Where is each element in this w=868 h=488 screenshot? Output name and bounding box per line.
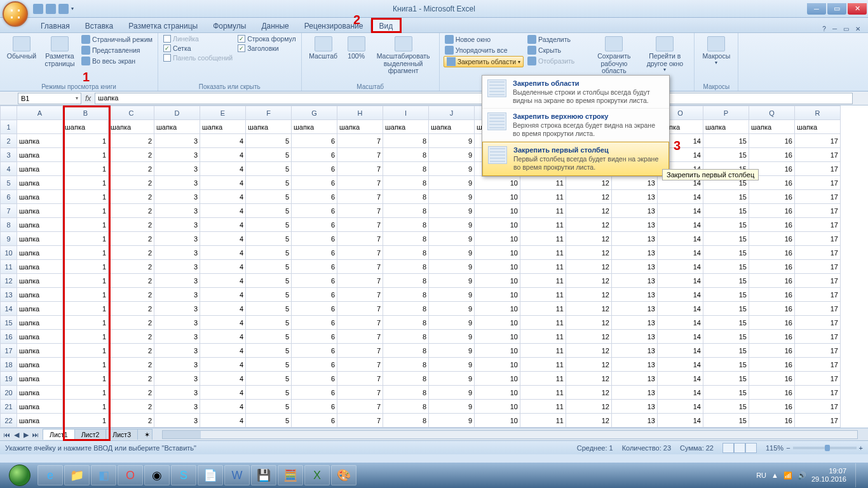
cell-E6[interactable]: 4 xyxy=(200,190,246,204)
cell-I16[interactable]: 8 xyxy=(383,330,429,344)
horizontal-scrollbar[interactable] xyxy=(162,430,858,439)
cell-D19[interactable]: 3 xyxy=(154,372,200,386)
cell-A17[interactable]: шапка xyxy=(17,344,63,358)
cell-F6[interactable]: 5 xyxy=(246,190,292,204)
cell-F9[interactable]: 5 xyxy=(246,232,292,246)
zoom-level[interactable]: 115% xyxy=(766,444,783,452)
cell-Q12[interactable]: 16 xyxy=(749,274,795,288)
row-header-15[interactable]: 15 xyxy=(1,316,17,330)
cell-J15[interactable]: 9 xyxy=(429,316,475,330)
cell-F20[interactable]: 5 xyxy=(246,386,292,400)
cell-L10[interactable]: 11 xyxy=(520,246,566,260)
cell-O20[interactable]: 14 xyxy=(658,386,703,400)
cell-K15[interactable]: 10 xyxy=(475,316,520,330)
cell-F15[interactable]: 5 xyxy=(246,316,292,330)
cell-P15[interactable]: 15 xyxy=(703,316,749,330)
cell-N15[interactable]: 13 xyxy=(612,316,658,330)
custom-views[interactable]: Представления xyxy=(80,45,154,55)
cell-K20[interactable]: 10 xyxy=(475,386,520,400)
cell-K18[interactable]: 10 xyxy=(475,358,520,372)
column-header-H[interactable]: H xyxy=(337,106,383,120)
cell-M12[interactable]: 12 xyxy=(566,274,612,288)
cell-G8[interactable]: 6 xyxy=(292,218,337,232)
column-header-B[interactable]: B xyxy=(63,106,109,120)
cell-J17[interactable]: 9 xyxy=(429,344,475,358)
cell-B13[interactable]: 1 xyxy=(63,288,109,302)
cell-C18[interactable]: 2 xyxy=(109,358,154,372)
row-header-9[interactable]: 9 xyxy=(1,232,17,246)
cell-E15[interactable]: 4 xyxy=(200,316,246,330)
cell-J3[interactable]: 9 xyxy=(429,148,475,162)
cell-D22[interactable]: 3 xyxy=(154,414,200,428)
cell-G11[interactable]: 6 xyxy=(292,260,337,274)
cell-H19[interactable]: 7 xyxy=(337,372,383,386)
cell-M17[interactable]: 12 xyxy=(566,344,612,358)
sheet-tab-1[interactable]: Лист1 xyxy=(43,429,75,440)
cell-C5[interactable]: 2 xyxy=(109,176,154,190)
cell-I17[interactable]: 8 xyxy=(383,344,429,358)
cell-Q19[interactable]: 16 xyxy=(749,372,795,386)
cell-B16[interactable]: 1 xyxy=(63,330,109,344)
cell-B20[interactable]: 1 xyxy=(63,386,109,400)
cell-O19[interactable]: 14 xyxy=(658,372,703,386)
cell-K13[interactable]: 10 xyxy=(475,288,520,302)
row-header-13[interactable]: 13 xyxy=(1,288,17,302)
cell-A13[interactable]: шапка xyxy=(17,288,63,302)
row-header-22[interactable]: 22 xyxy=(1,414,17,428)
cell-R19[interactable]: 17 xyxy=(795,372,841,386)
cell-O17[interactable]: 14 xyxy=(658,344,703,358)
cell-L19[interactable]: 11 xyxy=(520,372,566,386)
cell-O21[interactable]: 14 xyxy=(658,400,703,414)
cell-C6[interactable]: 2 xyxy=(109,190,154,204)
column-header-I[interactable]: I xyxy=(383,106,429,120)
cell-K8[interactable]: 10 xyxy=(475,218,520,232)
cell-K9[interactable]: 10 xyxy=(475,232,520,246)
formula-bar[interactable]: шапка xyxy=(95,93,853,104)
cell-L20[interactable]: 11 xyxy=(520,386,566,400)
normal-view-button[interactable]: Обычный xyxy=(4,34,39,60)
column-header-A[interactable]: A xyxy=(17,106,63,120)
cell-F16[interactable]: 5 xyxy=(246,330,292,344)
cell-L18[interactable]: 11 xyxy=(520,358,566,372)
cell-J16[interactable]: 9 xyxy=(429,330,475,344)
cell-E7[interactable]: 4 xyxy=(200,204,246,218)
cell-H9[interactable]: 7 xyxy=(337,232,383,246)
cell-N18[interactable]: 13 xyxy=(612,358,658,372)
cell-D12[interactable]: 3 xyxy=(154,274,200,288)
cell-M16[interactable]: 12 xyxy=(566,330,612,344)
cell-I5[interactable]: 8 xyxy=(383,176,429,190)
cell-R9[interactable]: 17 xyxy=(795,232,841,246)
cell-H3[interactable]: 7 xyxy=(337,148,383,162)
cell-R20[interactable]: 17 xyxy=(795,386,841,400)
new-sheet-button[interactable]: ✶ xyxy=(137,429,153,440)
cell-E16[interactable]: 4 xyxy=(200,330,246,344)
cell-J2[interactable]: 9 xyxy=(429,134,475,148)
cell-Q14[interactable]: 16 xyxy=(749,302,795,316)
row-header-2[interactable]: 2 xyxy=(1,134,17,148)
page-layout-button[interactable]: Разметка страницы xyxy=(42,34,78,67)
cell-I10[interactable]: 8 xyxy=(383,246,429,260)
cell-P12[interactable]: 15 xyxy=(703,274,749,288)
cell-F19[interactable]: 5 xyxy=(246,372,292,386)
cell-M15[interactable]: 12 xyxy=(566,316,612,330)
cell-C15[interactable]: 2 xyxy=(109,316,154,330)
sheet-nav-last[interactable]: ⏭ xyxy=(31,431,40,438)
cell-H7[interactable]: 7 xyxy=(337,204,383,218)
cell-K5[interactable]: 10 xyxy=(475,176,520,190)
close-button[interactable]: ✕ xyxy=(848,3,867,15)
cell-K11[interactable]: 10 xyxy=(475,260,520,274)
cell-K6[interactable]: 10 xyxy=(475,190,520,204)
cell-O7[interactable]: 14 xyxy=(658,204,703,218)
taskbar-excel-icon[interactable]: X xyxy=(304,465,330,485)
view-buttons[interactable] xyxy=(722,443,757,453)
cell-M11[interactable]: 12 xyxy=(566,260,612,274)
cell-N17[interactable]: 13 xyxy=(612,344,658,358)
cell-R8[interactable]: 17 xyxy=(795,218,841,232)
cell-G17[interactable]: 6 xyxy=(292,344,337,358)
cell-J5[interactable]: 9 xyxy=(429,176,475,190)
start-button[interactable] xyxy=(3,463,37,487)
sheet-nav-prev[interactable]: ◀ xyxy=(12,431,21,438)
cell-F22[interactable]: 5 xyxy=(246,414,292,428)
cell-P17[interactable]: 15 xyxy=(703,344,749,358)
row-header-8[interactable]: 8 xyxy=(1,218,17,232)
